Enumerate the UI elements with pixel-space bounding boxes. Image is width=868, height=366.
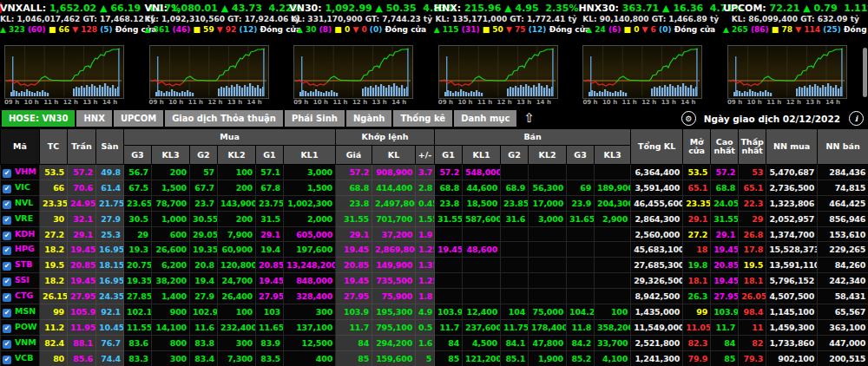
watchlist-checkbox[interactable]: ✔ <box>3 278 11 286</box>
sell-price-3[interactable] <box>567 258 595 273</box>
buy-price-3[interactable]: 11.55 <box>124 319 152 335</box>
price-change[interactable]: 2.8 <box>416 180 435 195</box>
sell-price-2[interactable] <box>501 226 529 242</box>
buy-price-2[interactable]: 29.05 <box>190 226 218 242</box>
sell-volume-2[interactable] <box>529 226 567 242</box>
sell-price-1[interactable] <box>435 289 463 304</box>
sell-volume-2[interactable] <box>529 165 567 180</box>
buy-volume-2[interactable]: 300 <box>218 335 256 350</box>
sell-volume-1[interactable]: 12,400 <box>463 304 501 320</box>
buy-price-2[interactable]: 19.4 <box>190 273 218 289</box>
sell-price-2[interactable]: 84.1 <box>501 335 529 350</box>
buy-volume-1[interactable]: 300 <box>284 304 336 320</box>
buy-price-2[interactable]: 102.9 <box>190 304 218 320</box>
symbol-cell[interactable]: ✔VNM <box>1 335 40 350</box>
sell-volume-3[interactable]: 204,300 <box>595 195 631 211</box>
sell-price-1[interactable]: 19.45 <box>435 242 463 258</box>
buy-price-3[interactable]: 67.5 <box>124 180 152 195</box>
matched-price[interactable]: 20.85 <box>336 258 372 273</box>
matched-price[interactable]: 11.7 <box>336 319 372 335</box>
matched-price[interactable]: 85 <box>336 350 372 366</box>
sell-volume-1[interactable]: 48,600 <box>463 242 501 258</box>
sell-price-2[interactable] <box>501 289 529 304</box>
sell-price-3[interactable] <box>567 242 595 258</box>
buy-price-3[interactable]: 19.3 <box>124 242 152 258</box>
buy-volume-1[interactable]: 1,002,300 <box>284 195 336 211</box>
buy-volume-3[interactable]: 26,600 <box>152 242 190 258</box>
sell-price-1[interactable] <box>435 258 463 273</box>
watchlist-checkbox[interactable]: ✔ <box>3 262 11 271</box>
buy-volume-2[interactable]: 100 <box>218 304 256 320</box>
buy-volume-1[interactable]: 137,100 <box>284 319 336 335</box>
sell-volume-3[interactable]: 4,100 <box>595 350 631 366</box>
buy-price-1[interactable]: 103 <box>256 304 284 320</box>
matched-price[interactable]: 31.55 <box>336 211 372 226</box>
sell-volume-3[interactable] <box>595 226 631 242</box>
sell-price-1[interactable]: 31.55 <box>435 211 463 226</box>
buy-price-1[interactable]: 31.5 <box>256 211 284 226</box>
price-change[interactable]: 1.25 <box>416 242 435 258</box>
sell-price-3[interactable] <box>567 273 595 289</box>
buy-price-2[interactable]: 20.8 <box>190 258 218 273</box>
sell-price-2[interactable] <box>501 242 529 258</box>
tab-danh-m-c[interactable]: Danh mục <box>454 110 516 127</box>
buy-price-1[interactable]: 67.8 <box>256 180 284 195</box>
matched-price[interactable]: 84 <box>336 335 372 350</box>
sell-price-1[interactable]: 23.8 <box>435 195 463 211</box>
buy-volume-2[interactable]: 24,700 <box>218 273 256 289</box>
watchlist-checkbox[interactable]: ✔ <box>3 232 11 240</box>
ticker-symbol[interactable]: VNM <box>15 337 36 347</box>
price-change[interactable]: 1.6 <box>416 335 435 350</box>
buy-volume-3[interactable]: 78,700 <box>152 195 190 211</box>
matched-price[interactable]: 23.8 <box>336 195 372 211</box>
ticker-symbol[interactable]: CTG <box>15 291 33 300</box>
buy-price-1[interactable]: 19.45 <box>256 273 284 289</box>
buy-volume-1[interactable]: 197,600 <box>284 242 336 258</box>
buy-volume-3[interactable]: 1,400 <box>152 289 190 304</box>
watchlist-checkbox[interactable]: ✔ <box>3 246 11 255</box>
tab-hnx[interactable]: HNX <box>76 110 111 127</box>
buy-price-3[interactable]: 19.35 <box>124 273 152 289</box>
sell-volume-3[interactable]: 358,200 <box>595 319 631 335</box>
matched-volume[interactable]: 37,200 <box>372 226 416 242</box>
sell-price-1[interactable] <box>435 273 463 289</box>
buy-volume-2[interactable]: 26,400 <box>218 289 256 304</box>
sell-volume-1[interactable] <box>463 226 501 242</box>
ticker-symbol[interactable]: STB <box>15 259 33 269</box>
buy-price-1[interactable]: 19.4 <box>256 242 284 258</box>
buy-price-1[interactable]: 83.9 <box>256 335 284 350</box>
buy-volume-1[interactable]: 12,500 <box>284 335 336 350</box>
sell-volume-3[interactable]: 100 <box>595 304 631 320</box>
sell-price-3[interactable] <box>567 289 595 304</box>
sell-volume-1[interactable]: 4,500 <box>463 335 501 350</box>
price-change[interactable]: 3.7 <box>416 165 435 180</box>
sell-volume-2[interactable]: 75,000 <box>529 304 567 320</box>
sell-volume-2[interactable]: 178,400 <box>529 319 567 335</box>
ticker-symbol[interactable]: VCB <box>15 353 34 363</box>
index-panel-upcom[interactable]: UPCOM: 72.21 ▲ 0.79 1.11%KL: 86,099,400 … <box>723 0 868 108</box>
sell-volume-1[interactable]: 18,500 <box>463 195 501 211</box>
matched-price[interactable]: 19.45 <box>336 273 372 289</box>
buy-price-2[interactable]: 19.35 <box>190 242 218 258</box>
price-change[interactable]: 1.25 <box>416 273 435 289</box>
sell-volume-3[interactable]: 2,900 <box>595 211 631 226</box>
sell-price-2[interactable]: 104 <box>501 304 529 320</box>
buy-volume-2[interactable]: 232,400 <box>218 319 256 335</box>
symbol-cell[interactable]: ✔VRE <box>1 211 40 226</box>
sell-price-3[interactable]: 104.2 <box>567 304 595 320</box>
sell-volume-2[interactable]: 56,300 <box>529 180 567 195</box>
symbol-cell[interactable]: ✔STB <box>1 258 40 273</box>
buy-volume-2[interactable]: 200 <box>218 211 256 226</box>
tab-ng-nh[interactable]: Ngành <box>346 110 392 127</box>
buy-price-3[interactable]: 27.85 <box>124 289 152 304</box>
symbol-cell[interactable]: ✔CTG <box>1 289 40 304</box>
buy-price-2[interactable]: 27.9 <box>190 289 218 304</box>
price-change[interactable]: 0.45 <box>416 195 435 211</box>
buy-price-1[interactable]: 83.5 <box>256 350 284 366</box>
buy-price-1[interactable]: 27.95 <box>256 289 284 304</box>
matched-price[interactable]: 57.2 <box>336 165 372 180</box>
watchlist-checkbox[interactable]: ✔ <box>3 293 11 302</box>
sell-price-3[interactable]: 85.2 <box>567 350 595 366</box>
buy-price-3[interactable]: 20.75 <box>124 258 152 273</box>
buy-volume-1[interactable]: 328,400 <box>284 289 336 304</box>
